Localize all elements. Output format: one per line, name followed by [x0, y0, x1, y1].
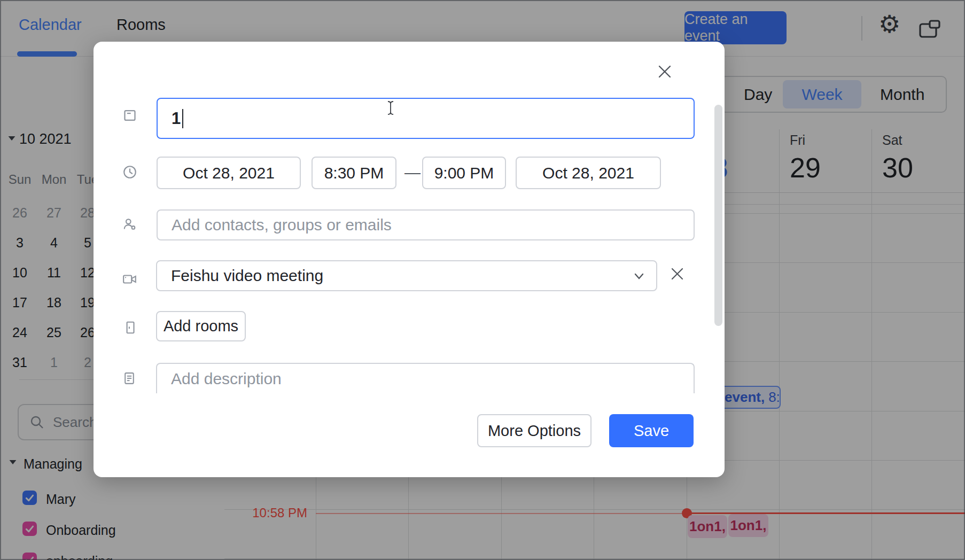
- add-rooms-button[interactable]: Add rooms: [156, 311, 246, 341]
- chevron-down-icon[interactable]: [632, 270, 646, 282]
- create-event-dialog: 1 Oct 28, 2021 8:30 PM — 9:00 PM Oct 28,…: [94, 42, 725, 477]
- description-icon: [122, 371, 137, 386]
- video-meeting-value: Feishu video meeting: [171, 267, 323, 285]
- start-time-button[interactable]: 8:30 PM: [312, 157, 396, 189]
- attendees-icon: [122, 217, 137, 232]
- description-placeholder: Add description: [171, 370, 282, 388]
- video-meeting-icon: [122, 272, 137, 287]
- event-title-input[interactable]: 1: [157, 98, 695, 139]
- more-options-button[interactable]: More Options: [477, 414, 592, 447]
- close-icon[interactable]: [657, 64, 672, 79]
- description-input[interactable]: Add description: [156, 363, 695, 393]
- attendees-input[interactable]: Add contacts, groups or emails: [157, 209, 695, 240]
- remove-video-meeting-icon[interactable]: [670, 267, 684, 281]
- clock-icon: [122, 165, 137, 180]
- app-screen: Calendar Rooms Create an event ⚙ 10 2021…: [0, 0, 965, 560]
- start-date-button[interactable]: Oct 28, 2021: [157, 157, 301, 189]
- end-time-button[interactable]: 9:00 PM: [422, 157, 506, 189]
- event-title-icon: [122, 108, 137, 123]
- text-cursor-pointer: [386, 100, 395, 115]
- video-meeting-select[interactable]: Feishu video meeting: [156, 260, 657, 291]
- time-range-separator: —: [402, 164, 423, 182]
- save-button[interactable]: Save: [609, 414, 694, 447]
- text-caret: [182, 109, 183, 128]
- attendees-placeholder: Add contacts, groups or emails: [172, 216, 392, 234]
- rooms-icon: [122, 320, 137, 335]
- modal-scrollbar[interactable]: [714, 105, 722, 326]
- end-date-button[interactable]: Oct 28, 2021: [516, 157, 661, 189]
- event-title-value: 1: [172, 109, 181, 128]
